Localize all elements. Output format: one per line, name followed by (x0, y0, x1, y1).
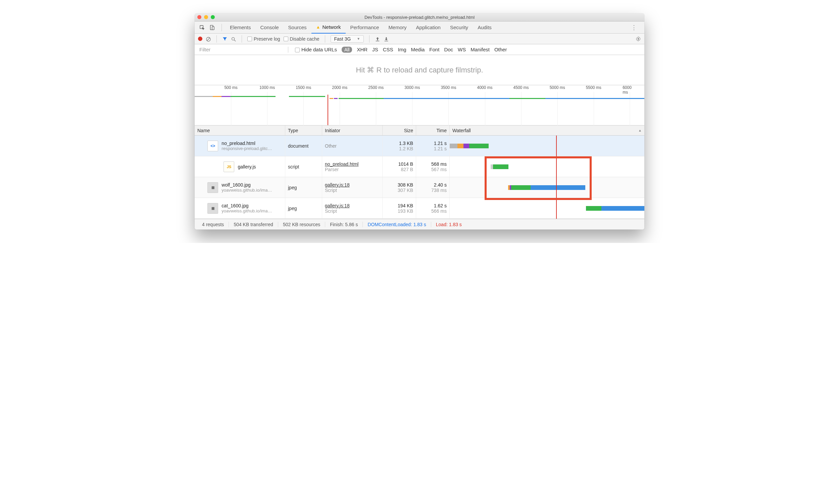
tab-console[interactable]: Console (256, 21, 284, 34)
search-icon[interactable] (231, 36, 236, 42)
tab-security[interactable]: Security (445, 21, 473, 34)
filter-icon[interactable] (222, 36, 228, 42)
request-time: 1.21 s1.21 s (416, 136, 450, 156)
col-waterfall: Waterfall▲ (450, 126, 644, 135)
type-filter-js[interactable]: JS (372, 47, 378, 52)
tab-elements[interactable]: Elements (225, 21, 256, 34)
disable-cache-checkbox[interactable]: Disable cache (284, 36, 320, 42)
waterfall-cell (450, 198, 644, 218)
record-button[interactable] (198, 37, 202, 41)
network-toolbar: Preserve log Disable cache Fast 3G▼ (195, 34, 644, 44)
table-row[interactable]: JSgallery.jsscriptno_preload.htmlParser1… (195, 156, 644, 177)
minimize-icon[interactable] (204, 15, 208, 19)
filter-bar: Hide data URLs AllXHRJSCSSImgMediaFontDo… (195, 44, 644, 55)
timeline-overview[interactable]: 500 ms1000 ms1500 ms2000 ms2500 ms3000 m… (195, 85, 644, 126)
status-finish: Finish: 5.86 s (325, 222, 363, 227)
warning-icon: ▲ (316, 24, 321, 30)
inspect-icon[interactable] (199, 24, 205, 30)
tab-memory[interactable]: Memory (383, 21, 411, 34)
img-file-icon: ▦ (208, 182, 218, 193)
tab-sources[interactable]: Sources (284, 21, 311, 34)
type-filter-xhr[interactable]: XHR (357, 47, 368, 52)
close-icon[interactable] (197, 15, 201, 19)
request-name: wolf_1600.jpg (221, 182, 272, 187)
col-initiator: Initiator (322, 126, 382, 135)
window-title: DevTools - responsive-preload.glitch.me/… (195, 15, 644, 20)
upload-har-icon[interactable] (375, 36, 380, 42)
tab-network[interactable]: ▲Network (311, 21, 346, 34)
request-size: 194 KB193 KB (382, 198, 416, 218)
load-line (556, 136, 557, 219)
html-file-icon: <> (208, 141, 218, 151)
type-filter-all[interactable]: All (342, 47, 352, 53)
status-transferred: 504 KB transferred (229, 222, 278, 227)
request-size: 308 KB307 KB (382, 177, 416, 198)
throttling-select[interactable]: Fast 3G▼ (331, 35, 364, 42)
col-type: Type (285, 126, 322, 135)
timeline-tick: 1500 ms (296, 85, 311, 90)
zoom-icon[interactable] (211, 15, 215, 19)
type-filter-img[interactable]: Img (398, 47, 406, 52)
svg-line-4 (207, 38, 210, 41)
type-filter-other[interactable]: Other (494, 47, 507, 52)
table-row[interactable]: ▦cat_1600.jpgyoavweiss.github.io/ima…jpe… (195, 198, 644, 219)
request-initiator[interactable]: gallery.js:18 (325, 182, 379, 187)
status-load: Load: 1.83 s (431, 222, 466, 227)
request-time: 1.62 s566 ms (416, 198, 450, 218)
img-file-icon: ▦ (208, 203, 218, 214)
timeline-tick: 2500 ms (368, 85, 383, 90)
table-row[interactable]: <>no_preload.htmlresponsive-preload.glit… (195, 136, 644, 156)
svg-line-6 (234, 40, 236, 41)
type-filter-doc[interactable]: Doc (444, 47, 453, 52)
filter-input[interactable] (197, 46, 281, 53)
timeline-tick: 1000 ms (260, 85, 275, 90)
request-host: yoavweiss.github.io/ima… (221, 209, 272, 213)
timeline-tick: 500 ms (224, 85, 237, 90)
request-initiator[interactable]: no_preload.html (325, 161, 379, 167)
filmstrip-hint: Hit ⌘ R to reload and capture filmstrip. (195, 55, 644, 85)
panel-tabs: ElementsConsoleSources▲NetworkPerformanc… (195, 21, 644, 34)
col-name: Name (195, 126, 285, 135)
timeline-tick: 3000 ms (405, 85, 420, 90)
timeline-tick: 5500 ms (586, 85, 601, 90)
status-dcl: DOMContentLoaded: 1.83 s (363, 222, 431, 227)
request-size: 1.3 KB1.2 KB (382, 136, 416, 156)
table-row[interactable]: ▦wolf_1600.jpgyoavweiss.github.io/ima…jp… (195, 177, 644, 198)
requests-header[interactable]: Name Type Initiator Size Time Waterfall▲ (195, 126, 644, 136)
titlebar: DevTools - responsive-preload.glitch.me/… (195, 14, 644, 21)
kebab-menu-icon[interactable]: ⋮ (627, 24, 642, 31)
request-time: 568 ms567 ms (416, 156, 450, 177)
type-filter-css[interactable]: CSS (383, 47, 393, 52)
status-resources: 502 KB resources (278, 222, 325, 227)
request-name: gallery.js (238, 164, 256, 169)
request-host: responsive-preload.glitc… (221, 146, 272, 151)
timeline-tick: 4500 ms (514, 85, 529, 90)
request-size: 1014 B827 B (382, 156, 416, 177)
request-type: jpeg (285, 198, 322, 218)
waterfall-cell (450, 177, 644, 198)
status-requests: 4 requests (197, 222, 229, 227)
request-type: document (285, 136, 322, 156)
download-har-icon[interactable] (383, 36, 389, 42)
hide-data-urls-checkbox[interactable]: Hide data URLs (295, 47, 337, 52)
load-line (327, 95, 328, 125)
timeline-tick: 2000 ms (332, 85, 347, 90)
clear-icon[interactable] (206, 36, 211, 42)
request-name: cat_1600.jpg (221, 203, 272, 209)
device-toggle-icon[interactable] (210, 24, 215, 30)
request-type: jpeg (285, 177, 322, 198)
request-host: yoavweiss.github.io/ima… (221, 187, 272, 193)
settings-gear-icon[interactable] (636, 36, 641, 42)
requests-table: <>no_preload.htmlresponsive-preload.glit… (195, 136, 644, 219)
type-filter-ws[interactable]: WS (458, 47, 466, 52)
request-time: 2.40 s738 ms (416, 177, 450, 198)
tab-performance[interactable]: Performance (346, 21, 384, 34)
type-filter-media[interactable]: Media (411, 47, 425, 52)
request-initiator: Other (325, 143, 379, 149)
type-filter-font[interactable]: Font (429, 47, 439, 52)
preserve-log-checkbox[interactable]: Preserve log (247, 36, 280, 42)
tab-audits[interactable]: Audits (473, 21, 496, 34)
type-filter-manifest[interactable]: Manifest (470, 47, 489, 52)
request-initiator[interactable]: gallery.js:18 (325, 203, 379, 209)
tab-application[interactable]: Application (411, 21, 445, 34)
